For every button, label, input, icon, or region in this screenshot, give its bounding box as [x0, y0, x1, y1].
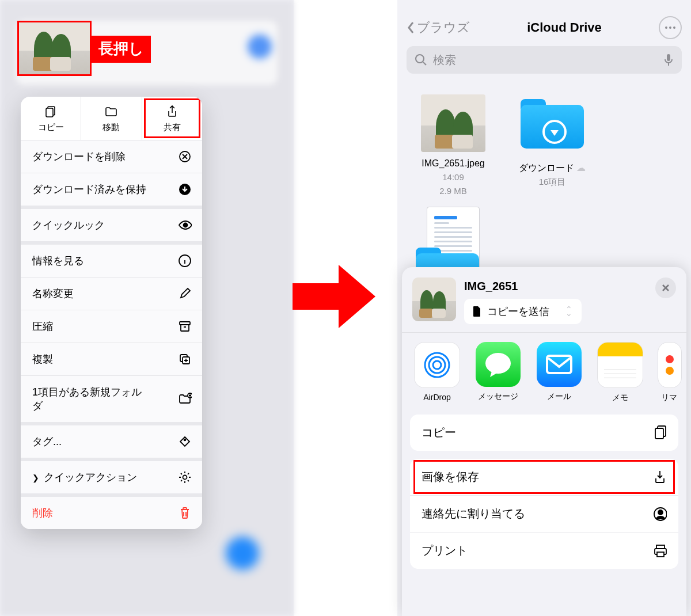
search-placeholder: 検索	[433, 52, 456, 68]
cloud-icon: ☁︎	[576, 163, 586, 173]
search-field[interactable]: 検索	[407, 46, 682, 74]
menu-tag[interactable]: タグ...	[21, 425, 202, 458]
callout-long-press: 長押し	[92, 36, 151, 63]
pencil-icon	[178, 287, 192, 301]
svg-point-11	[183, 476, 187, 480]
ellipsis-icon	[665, 26, 676, 29]
menu-compress[interactable]: 圧縮	[21, 310, 202, 343]
info-icon	[178, 254, 192, 268]
doc-icon	[472, 306, 481, 317]
app-mail[interactable]: メール	[536, 342, 583, 403]
more-button[interactable]	[659, 16, 682, 39]
red-arrow	[293, 265, 379, 328]
contact-icon	[653, 507, 667, 521]
svg-rect-23	[655, 428, 663, 439]
menu-quicklook[interactable]: クイックルック	[21, 209, 202, 241]
file-thumbnail[interactable]	[17, 21, 92, 76]
close-button[interactable]	[655, 277, 676, 298]
file-image[interactable]: IMG_2651.jpeg 14:09 2.9 MB	[411, 94, 495, 196]
svg-point-13	[669, 26, 671, 29]
copy-icon	[44, 105, 58, 119]
action-label: 共有	[164, 122, 181, 133]
svg-rect-26	[656, 545, 665, 549]
svg-point-18	[429, 357, 445, 373]
app-reminders[interactable]: リマ	[658, 342, 681, 403]
svg-point-4	[184, 223, 188, 227]
app-notes[interactable]: メモ	[597, 342, 644, 403]
archive-icon	[178, 320, 192, 333]
copy-icon	[653, 426, 667, 440]
left-phone-screen: 長押し コピー 移動	[0, 0, 294, 616]
tag-icon	[178, 435, 192, 448]
x-circle-icon	[178, 150, 192, 163]
svg-rect-21	[547, 356, 571, 373]
action-move[interactable]: 移動	[81, 97, 141, 140]
share-thumb	[412, 277, 456, 321]
svg-point-17	[433, 361, 441, 369]
svg-rect-28	[657, 552, 664, 557]
menu-delete[interactable]: 削除	[21, 497, 202, 529]
new-folder-icon	[178, 392, 192, 406]
svg-point-15	[416, 55, 424, 63]
menu-rename[interactable]: 名称変更	[21, 277, 202, 310]
send-mode-selector[interactable]: コピーを送信 ⌃⌄	[464, 299, 582, 324]
search-icon	[415, 54, 427, 66]
share-filename: IMG_2651	[464, 280, 582, 293]
sheet-save-image[interactable]: 画像を保存	[410, 459, 678, 495]
action-copy[interactable]: コピー	[21, 97, 81, 140]
menu-duplicate[interactable]: 複製	[21, 343, 202, 375]
print-icon	[653, 544, 667, 558]
menu-new-folder[interactable]: 1項目がある新規フォルダ	[21, 375, 202, 422]
action-label: コピー	[38, 122, 64, 133]
trash-icon	[178, 506, 192, 520]
menu-remove-download[interactable]: ダウンロードを削除	[21, 140, 202, 173]
context-menu: コピー 移動 共有 ダウンロードを削除	[21, 97, 202, 529]
svg-point-25	[658, 510, 663, 515]
svg-rect-16	[667, 54, 670, 61]
svg-rect-1	[46, 108, 53, 117]
sheet-copy[interactable]: コピー	[410, 415, 678, 451]
share-apps: AirDrop メッセージ メール メモ リマ	[402, 332, 686, 412]
chevron-right-icon: ❯	[32, 473, 39, 482]
sheet-assign-contact[interactable]: 連絡先に割り当てる	[410, 495, 678, 532]
eye-icon	[178, 218, 192, 232]
share-sheet: IMG_2651 コピーを送信 ⌃⌄ AirDrop メッセージ メール	[402, 267, 686, 616]
svg-point-14	[673, 26, 675, 29]
menu-quick-actions[interactable]: ❯クイックアクション	[21, 461, 202, 493]
back-button[interactable]: ブラウズ	[407, 19, 470, 36]
gear-icon	[178, 470, 192, 484]
duplicate-icon	[178, 352, 192, 366]
right-phone-screen: ブラウズ iCloud Drive 検索 IM	[397, 0, 691, 616]
mic-icon	[663, 53, 674, 67]
action-share[interactable]: 共有	[142, 97, 202, 140]
nav-bar: ブラウズ iCloud Drive	[397, 0, 691, 40]
page-title: iCloud Drive	[527, 20, 602, 35]
svg-point-12	[665, 26, 667, 29]
updown-icon: ⌃⌄	[565, 307, 572, 315]
sheet-print[interactable]: プリント	[410, 532, 678, 569]
svg-rect-6	[180, 322, 190, 325]
action-label: 移動	[102, 122, 120, 133]
menu-keep-downloaded[interactable]: ダウンロード済みを保持	[21, 173, 202, 206]
svg-point-20	[485, 353, 511, 374]
app-airdrop[interactable]: AirDrop	[413, 342, 461, 403]
down-circle-icon	[178, 182, 192, 196]
folder-downloads[interactable]: ダウンロード☁︎ 16項目	[510, 94, 594, 196]
share-icon	[165, 105, 179, 119]
menu-info[interactable]: 情報を見る	[21, 245, 202, 277]
folder-icon	[104, 105, 118, 119]
app-messages[interactable]: メッセージ	[474, 342, 522, 403]
svg-point-10	[184, 439, 186, 441]
save-icon	[653, 470, 667, 484]
